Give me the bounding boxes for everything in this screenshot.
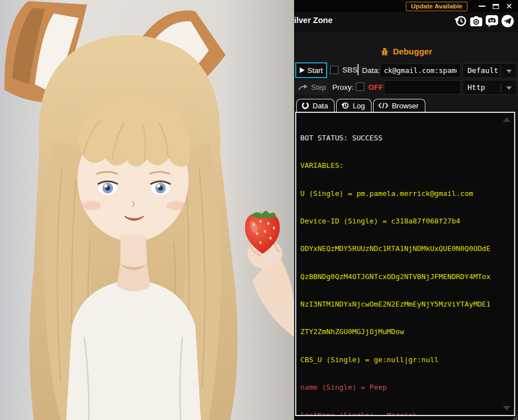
proxy-label: Proxy: [332, 83, 354, 92]
tab-bar: Data Log Browser [296, 99, 425, 112]
chevron-down-icon [506, 86, 512, 90]
console-line: BOT STATUS: SUCCESS [300, 134, 504, 143]
chevron-down-icon [506, 70, 512, 73]
titlebar: Update Available ✕ [294, 0, 518, 12]
play-icon [300, 67, 305, 73]
sbs-checkbox[interactable] [330, 66, 338, 74]
dropdown-separator [501, 66, 501, 76]
photo-illustration [0, 0, 294, 420]
console-line: Device-ID (Single) = c318a87f068f27b4 [300, 217, 504, 226]
scroll-down-arrow-icon[interactable] [503, 406, 511, 410]
app-window: Update Available ✕ ilver Zone [0, 0, 518, 420]
console-line: lastName (Single) = Merrick [300, 411, 504, 417]
telegram-icon [501, 15, 514, 28]
tab-log[interactable]: Log [336, 99, 372, 112]
close-icon: ✕ [506, 2, 512, 11]
data-mode-dropdown[interactable]: Default [462, 63, 517, 78]
console-output[interactable]: BOT STATUS: SUCCESS VARIABLES: U (Single… [295, 112, 515, 416]
proxy-status: OFF [368, 83, 383, 92]
maximize-button[interactable] [489, 1, 502, 12]
console-line: QzBBNDg0QzM4OTJGNTcxODg2NTVBNjJFMENDRDY4… [300, 272, 504, 281]
bug-icon [380, 47, 389, 56]
scroll-up-arrow-icon[interactable] [503, 117, 511, 122]
app-title: ilver Zone [294, 16, 333, 25]
debugger-panel: Update Available ✕ ilver Zone [294, 0, 518, 420]
update-available-button[interactable]: Update Available [406, 2, 467, 11]
debugger-label: Debugger [393, 47, 432, 56]
debugger-heading: Debugger [294, 47, 518, 58]
discord-button[interactable] [485, 15, 498, 28]
log-tab-icon [341, 102, 349, 109]
console-line: CBS_U (Single) = ge:null|gr:null [300, 355, 504, 364]
discord-icon [485, 15, 498, 28]
browser-tab-icon [378, 102, 388, 109]
sbs-label: SBS [342, 66, 357, 74]
resize-grip[interactable] [512, 414, 517, 420]
history-button[interactable] [454, 15, 467, 28]
data-label: Data: [362, 66, 380, 75]
proxy-type-dropdown[interactable]: Http [462, 80, 517, 95]
photo-portrait [0, 0, 294, 420]
data-tab-icon [301, 102, 309, 109]
console-line: VARIABLES: [300, 161, 504, 170]
console-line: name (Single) = Peep [300, 383, 504, 392]
step-button[interactable]: Step [295, 80, 329, 95]
console-text: BOT STATUS: SUCCESS VARIABLES: U (Single… [300, 115, 504, 416]
window-bottom-edge [294, 416, 518, 420]
telegram-button[interactable] [501, 15, 514, 28]
close-button[interactable]: ✕ [502, 1, 516, 12]
start-button[interactable]: Start [295, 62, 327, 78]
separator [357, 64, 359, 75]
step-icon [298, 84, 308, 91]
console-line: U (Single) = pm.pamela.merrick@gmail.com [300, 189, 504, 198]
camera-icon [470, 16, 483, 27]
header-icons [454, 15, 514, 28]
console-line: ZTY2ZmNhZGU0MGJjOjMuMDow [300, 327, 504, 336]
proxy-input[interactable] [384, 80, 461, 94]
console-line: NzI3NTM1NDYxNjcwOmE2N2EzMmEyNjY5MzViYTAy… [300, 300, 504, 309]
proxy-checkbox[interactable] [356, 83, 364, 91]
console-line: ODYxNEQzMDY5RUUzNDc1RTA1NjNDMkUxQUE0N0Q0… [300, 244, 504, 253]
minimize-button[interactable] [475, 1, 489, 12]
tab-browser[interactable]: Browser [373, 99, 425, 112]
dropdown-separator [501, 83, 501, 93]
history-icon [454, 15, 467, 28]
screenshot-button[interactable] [470, 15, 483, 28]
maximize-icon [493, 4, 499, 9]
tab-data[interactable]: Data [296, 99, 334, 112]
minimize-icon [479, 6, 485, 7]
header: ilver Zone [294, 12, 518, 33]
data-input[interactable] [380, 63, 461, 77]
